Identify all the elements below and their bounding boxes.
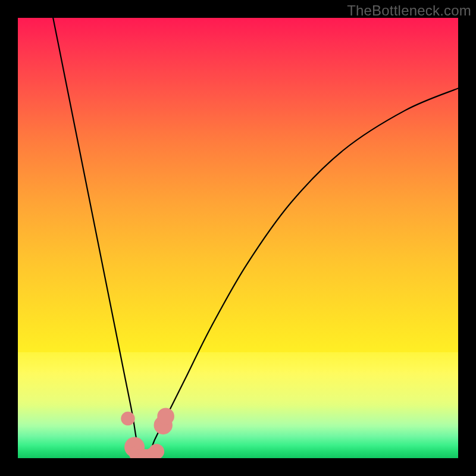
curve-marker (124, 437, 145, 458)
curve-marker (121, 412, 134, 425)
curve-markers (121, 408, 174, 458)
bottleneck-curve-line (53, 18, 458, 458)
curve-marker (154, 416, 173, 434)
curve-marker (149, 444, 164, 458)
chart-svg (18, 18, 458, 458)
curve-marker (129, 446, 145, 458)
gradient-overlay (18, 352, 458, 458)
curve-marker (157, 408, 174, 425)
curve-marker (145, 448, 160, 458)
chart-plot-area (18, 18, 458, 458)
curve-marker (138, 449, 154, 458)
curve-marker (133, 449, 149, 458)
watermark-text: TheBottleneck.com (347, 2, 471, 19)
